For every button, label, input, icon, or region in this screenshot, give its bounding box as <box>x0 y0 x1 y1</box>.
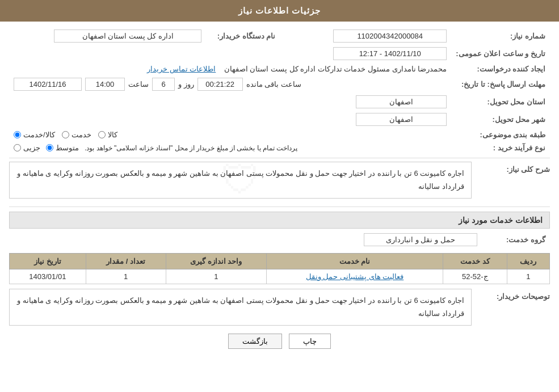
cell-quantity: 1 <box>86 269 166 284</box>
buyer-notes-text: اجاره کامیونت 6 تن با راننده در اختیار ج… <box>17 296 464 318</box>
days-box: 6 <box>152 78 175 91</box>
buyer-org-value: اداره کل پست استان اصفهان <box>9 27 206 45</box>
time-box: 14:00 <box>85 78 125 91</box>
back-button[interactable]: بازگشت <box>228 334 282 349</box>
category-radio-kala[interactable] <box>98 131 106 138</box>
col-header-date: تاریخ نیاز <box>10 253 86 269</box>
description-box: 🛡 اجاره کامیونت 6 تن با راننده در اختیار… <box>9 162 472 199</box>
bottom-buttons: چاپ بازگشت <box>9 334 550 349</box>
type-motavaset-label: متوسط <box>56 144 79 152</box>
info-table: شماره نیاز: 1102004342000084 نام دستگاه … <box>9 27 550 154</box>
deadline-label: مهلت ارسال پاسخ: تا تاریخ: <box>451 75 550 93</box>
cell-code: ج-52-52 <box>443 269 507 284</box>
days-label: روز و <box>178 80 194 88</box>
city-box: اصفهان <box>356 113 447 126</box>
date-label: تاریخ و ساعت اعلان عمومی: <box>451 45 550 62</box>
col-header-row: ردیف <box>507 253 549 269</box>
purchase-type-label: نوع فرآیند خرید : <box>451 141 550 154</box>
col-header-code: کد خدمت <box>443 253 507 269</box>
time-label: ساعت <box>128 80 149 88</box>
cell-date: 1403/01/01 <box>10 269 86 284</box>
cell-row: 1 <box>507 269 549 284</box>
city-label: شهر محل تحویل: <box>451 111 550 128</box>
province-value: اصفهان <box>297 93 451 111</box>
type-option-jozii: جزیی <box>14 144 40 152</box>
buyer-org-label: نام دستگاه خریدار: <box>206 27 280 45</box>
col-header-unit: واحد اندازه گیری <box>166 253 267 269</box>
description-label: شرح کلی نیاز: <box>476 162 550 174</box>
table-row: 1 ج-52-52 فعالیت های پشتیبانی حمل ونقل 1… <box>10 269 550 284</box>
services-table: ردیف کد خدمت نام خدمت واحد اندازه گیری ت… <box>9 253 550 284</box>
type-radio-motavaset[interactable] <box>46 144 53 151</box>
description-text: اجاره کامیونت 6 تن با راننده در اختیار ج… <box>17 169 464 191</box>
province-label: استان محل تحویل: <box>451 93 550 111</box>
category-kala-khedmat-label: کالا/خدمت <box>23 130 55 139</box>
buyer-org-box: اداره کل پست استان اصفهان <box>54 29 201 43</box>
remaining-time-label: ساعت باقی مانده <box>246 80 301 88</box>
page-header: جزئیات اطلاعات نیاز <box>0 0 559 22</box>
need-number-label: شماره نیاز: <box>451 27 550 45</box>
service-group-value: حمل و نقل و انبارداری <box>9 231 482 248</box>
purchase-type-row: پرداخت تمام یا بخشی از مبلغ خریدار از مح… <box>9 141 451 154</box>
type-option-motavaset: متوسط <box>46 144 79 152</box>
category-khedmat-label: خدمت <box>72 130 91 139</box>
category-option-kala: کالا <box>98 130 117 139</box>
type-radio-jozii[interactable] <box>14 144 21 151</box>
category-label: طبقه بندی موضوعی: <box>451 128 550 141</box>
category-option-khedmat: خدمت <box>62 130 91 139</box>
col-header-quantity: تعداد / مقدار <box>86 253 166 269</box>
page-title: جزئیات اطلاعات نیاز <box>238 6 321 15</box>
creator-row: محمدرضا نامداری مسئول خدمات تدارکات ادار… <box>9 62 451 75</box>
need-number-box: 1102004342000084 <box>333 29 447 43</box>
deadline-date-box: 1402/11/16 <box>14 78 82 91</box>
remaining-time-box: 00:21:22 <box>197 78 243 91</box>
creator-label: ایجاد کننده درخواست: <box>451 62 550 75</box>
contact-link[interactable]: اطلاعات تماس خریدار <box>147 65 216 73</box>
services-section-title: اطلاعات خدمات مورد نیاز <box>9 212 550 229</box>
deadline-row: ساعت باقی مانده 00:21:22 روز و 6 ساعت 14… <box>9 75 451 93</box>
print-button[interactable]: چاپ <box>289 334 331 349</box>
category-radio-khedmat[interactable] <box>62 131 69 138</box>
divider-2 <box>9 206 550 207</box>
purchase-note: پرداخت تمام یا بخشی از مبلغ خریدار از مح… <box>85 144 297 152</box>
service-group-box: حمل و نقل و انبارداری <box>364 233 477 246</box>
date-box: 1402/11/10 - 12:17 <box>333 47 447 60</box>
creator-value: محمدرضا نامداری مسئول خدمات تدارکات ادار… <box>224 65 447 73</box>
province-box: اصفهان <box>356 95 447 108</box>
need-number-value: 1102004342000084 <box>297 27 451 45</box>
buyer-notes-label: توصیحات خریدار: <box>476 289 550 301</box>
category-radio-kala-khedmat[interactable] <box>14 131 21 138</box>
type-jozii-label: جزیی <box>23 144 40 152</box>
buyer-notes-box: اجاره کامیونت 6 تن با راننده در اختیار ج… <box>9 289 472 326</box>
cell-name[interactable]: فعالیت های پشتیبانی حمل ونقل <box>267 269 443 284</box>
cell-unit: 1 <box>166 269 267 284</box>
service-group-table: گروه خدمت: حمل و نقل و انبارداری <box>9 231 550 248</box>
city-value: اصفهان <box>297 111 451 128</box>
service-group-label: گروه خدمت: <box>482 231 550 248</box>
date-value: 1402/11/10 - 12:17 <box>297 45 451 62</box>
category-kala-label: کالا <box>108 130 117 139</box>
category-row: کالا خدمت کالا/خدمت <box>9 128 451 141</box>
col-header-name: نام خدمت <box>267 253 443 269</box>
category-option-kala-khedmat: کالا/خدمت <box>14 130 55 139</box>
divider-1 <box>9 158 550 158</box>
